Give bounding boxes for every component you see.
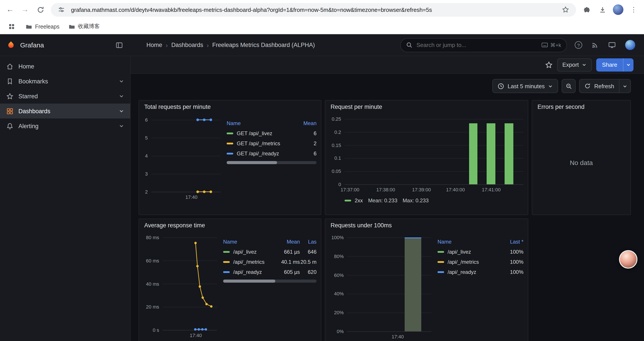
panel-title[interactable]: Average response time: [139, 219, 321, 229]
panel-title[interactable]: Request per minute: [325, 101, 528, 110]
chevron-down-icon[interactable]: [119, 108, 124, 114]
bar-2xx[interactable]: [504, 123, 513, 184]
panel-title[interactable]: Requests under 100ms: [325, 219, 528, 229]
search-box[interactable]: ⌘+k: [400, 38, 567, 52]
legend-series[interactable]: /api/_readyz: [438, 267, 498, 277]
legend-scrollbar[interactable]: [223, 279, 316, 283]
legend-series[interactable]: GET /api/_/readyz: [227, 148, 294, 158]
legend-header-last[interactable]: Las: [300, 237, 316, 247]
panel-title[interactable]: Total requests per minute: [139, 101, 321, 110]
dock-sidebar-icon[interactable]: [114, 40, 124, 50]
average-response-chart: 80 ms 60 ms 40 ms 20 ms 0 s: [143, 231, 217, 341]
sidebar-item-alerting[interactable]: Alerting: [0, 119, 130, 133]
scrollbar-thumb[interactable]: [223, 279, 276, 283]
sidebar-item-label: Home: [18, 63, 34, 70]
floating-assistant-avatar[interactable]: [619, 250, 638, 269]
refresh-label: Refresh: [594, 83, 614, 89]
chevron-down-icon: [582, 62, 587, 67]
bookmark-folder-blog[interactable]: 收藏博客: [68, 23, 100, 30]
refresh-interval-button[interactable]: [619, 80, 630, 93]
url-input[interactable]: [71, 6, 556, 13]
plot-area[interactable]: 6 5 4 3 2: [151, 120, 220, 192]
sidebar-item-dashboards[interactable]: Dashboards: [0, 104, 130, 119]
grafana-header-left: Grafana: [0, 40, 131, 50]
grafana-logo-icon[interactable]: [6, 40, 16, 50]
browser-forward-icon[interactable]: →: [20, 5, 30, 14]
y-tick: 80 ms: [146, 235, 159, 240]
y-tick: 20 ms: [146, 304, 159, 310]
legend-series[interactable]: /api/_/metrics: [223, 257, 274, 267]
chevron-down-icon[interactable]: [119, 123, 124, 129]
time-range-picker[interactable]: Last 5 minutes: [492, 79, 558, 93]
plot-area[interactable]: 80 ms 60 ms 40 ms 20 ms 0 s: [163, 237, 217, 330]
legend-scrollbar[interactable]: [227, 161, 316, 164]
apps-grid-icon[interactable]: [6, 21, 17, 32]
sidebar-item-home[interactable]: Home: [0, 59, 130, 74]
sidebar-item-bookmarks[interactable]: Bookmarks: [0, 74, 130, 89]
legend-series[interactable]: 2xx: [344, 197, 363, 204]
sidebar-item-label: Starred: [18, 93, 38, 99]
url-bar[interactable]: [51, 3, 576, 17]
legend-series[interactable]: /api/_/metrics: [438, 257, 498, 267]
chevron-down-icon[interactable]: [119, 94, 124, 99]
dashboard-toolbar: Export Share: [131, 56, 644, 74]
panel-total-requests: Total requests per minute 6 5 4 3 2: [138, 100, 321, 215]
browser-toolbar: ← → ⋮: [0, 0, 644, 19]
legend-header-last[interactable]: Last *: [498, 237, 524, 247]
share-button[interactable]: Share: [596, 58, 623, 71]
sidebar-item-label: Dashboards: [18, 108, 50, 114]
breadcrumb-dashboards[interactable]: Dashboards: [171, 42, 203, 48]
panel-errors-per-second: Errors per second No data: [532, 100, 631, 215]
series-color-swatch: [438, 261, 444, 263]
browser-back-icon[interactable]: ←: [5, 5, 15, 14]
search-input[interactable]: [416, 42, 538, 48]
legend-series[interactable]: GET /api/_livez: [227, 128, 294, 138]
browser-reload-icon[interactable]: [35, 5, 46, 15]
dashboards-grid-icon: [6, 107, 14, 115]
bar-2xx[interactable]: [469, 123, 478, 184]
panel-title[interactable]: Errors per second: [532, 101, 630, 110]
legend-series[interactable]: /api/_readyz: [223, 267, 274, 277]
zoom-out-button[interactable]: [562, 79, 576, 93]
sidebar-item-starred[interactable]: Starred: [0, 89, 130, 104]
legend-header-name[interactable]: Name: [223, 237, 274, 247]
plot-area[interactable]: 0.25 0.2 0.15 0.1 0.05 0: [344, 119, 524, 185]
under-100ms-chart: 100% 80% 60% 40% 20% 0%: [330, 231, 432, 341]
refresh-button[interactable]: Refresh: [580, 80, 619, 93]
y-tick: 80%: [334, 254, 344, 259]
grafana-main: Export Share Last 5 minutes: [131, 56, 644, 341]
breadcrumb-current: Freeleaps Metrics Dashboard (ALPHA): [212, 42, 315, 48]
legend-header-mean[interactable]: Mean: [274, 237, 300, 247]
bar-under-100ms[interactable]: [404, 237, 421, 331]
favorite-star-icon[interactable]: [545, 61, 552, 69]
export-button[interactable]: Export: [557, 58, 592, 71]
site-settings-icon[interactable]: [56, 5, 67, 15]
y-tick: 0 s: [153, 327, 159, 333]
bookmark-star-icon[interactable]: [560, 5, 571, 15]
browser-menu-icon[interactable]: ⋮: [629, 6, 639, 14]
legend-series[interactable]: GET /api/_/metrics: [227, 138, 294, 148]
legend-value: 100%: [498, 267, 524, 277]
monitor-icon[interactable]: [608, 41, 616, 49]
breadcrumb: Home › Dashboards › Freeleaps Metrics Da…: [146, 42, 315, 49]
legend-series[interactable]: /api/_livez: [438, 247, 498, 257]
legend-series[interactable]: /api/_livez: [223, 247, 274, 257]
grafana-profile-avatar[interactable]: [625, 40, 635, 50]
browser-profile-avatar[interactable]: [613, 5, 624, 15]
share-menu-button[interactable]: [623, 58, 634, 71]
rss-news-icon[interactable]: [592, 41, 599, 49]
help-icon[interactable]: ?: [575, 41, 582, 49]
downloads-icon[interactable]: [597, 5, 608, 15]
chevron-down-icon[interactable]: [119, 79, 124, 84]
legend-header-name[interactable]: Name: [438, 237, 498, 247]
legend-header-mean[interactable]: Mean: [294, 118, 316, 128]
bar-2xx[interactable]: [487, 123, 496, 184]
scrollbar-thumb[interactable]: [227, 161, 277, 164]
chevron-down-icon: [622, 84, 627, 88]
bookmark-folder-freeleaps[interactable]: Freeleaps: [26, 23, 60, 30]
legend-header-name[interactable]: Name: [227, 118, 294, 128]
plot-area[interactable]: 100% 80% 60% 40% 20% 0%: [347, 237, 432, 332]
y-tick: 20%: [334, 310, 344, 315]
extensions-icon[interactable]: [581, 5, 592, 15]
breadcrumb-home[interactable]: Home: [146, 42, 162, 48]
